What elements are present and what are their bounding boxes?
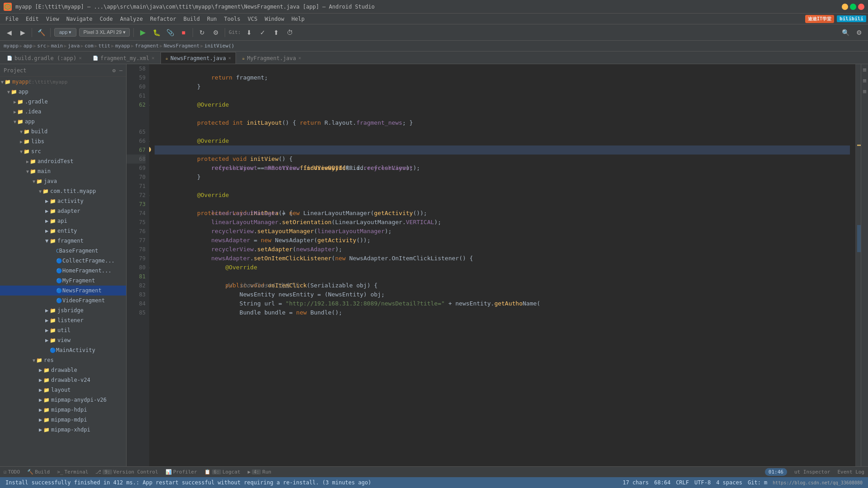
menu-build[interactable]: Build [180,15,203,23]
tree-drawable[interactable]: ▶ 📁 drawable [0,365,126,375]
tree-layout[interactable]: ▶ 📁 layout [0,385,126,395]
run-bottom-button[interactable]: ▶ 4: Run [248,469,272,475]
tree-mipmap-mdpi[interactable]: ▶ 📁 mipmap-mdpi [0,415,126,425]
layout-inspector-button[interactable]: ut Inspector [794,469,830,475]
tree-activity[interactable]: ▶ 📁 activity [0,196,126,206]
tree-res[interactable]: ▼ 📁 res [0,355,126,365]
menu-tools[interactable]: Tools [221,15,244,23]
tree-entity[interactable]: ▶ 📁 entity [0,226,126,236]
bc-ttit[interactable]: ttit [99,43,111,49]
code-editor[interactable]: 58 59 60 61 62 65 66 67 68 69 70 71 72 7… [127,64,861,466]
tree-mainactivity[interactable]: 🔵 MainActivity [0,345,126,355]
bc-java[interactable]: java [68,43,80,49]
menu-navigate[interactable]: Navigate [63,15,96,23]
tree-idea[interactable]: ▶ 📁 .idea [0,107,126,117]
tree-app2[interactable]: ▼ 📁 app [0,117,126,127]
git-push[interactable]: ⬆ [271,27,282,38]
menu-vcs[interactable]: VCS [244,15,261,23]
project-close-icon[interactable]: — [119,67,123,74]
tree-app1[interactable]: ▼ 📁 app [0,87,126,97]
tab-close-gradle[interactable]: × [79,55,82,61]
logcat-button[interactable]: 📋 6: Logcat [204,469,241,475]
settings-ide[interactable]: ⚙ [854,27,864,38]
menu-window[interactable]: Window [261,15,288,23]
run-button[interactable]: ▶ [137,27,148,38]
panel-icon-2[interactable]: ≡ [863,77,866,84]
line-ending[interactable]: CRLF [676,479,689,486]
bc-myapp2[interactable]: myapp [115,43,130,49]
tab-news-fragment[interactable]: ☕ NewsFragment.java × [160,52,236,64]
search-everywhere[interactable]: 🔍 [840,27,851,38]
event-log-button[interactable]: Event Log [837,469,864,475]
menu-edit[interactable]: Edit [22,15,42,23]
code-content[interactable]: return fragment; } @Override ↑ protected… [149,64,855,466]
panel-icon-1[interactable]: ≡ [863,66,866,73]
stop-button[interactable]: ■ [178,27,189,38]
tree-jsbridge[interactable]: ▶ 📁 jsbridge [0,305,126,315]
tab-close-my[interactable]: × [298,55,302,61]
tree-com-ttit[interactable]: ▼ 📁 com.ttit.myapp [0,186,126,196]
panel-icon-3[interactable]: ≡ [863,88,866,95]
profiler-button[interactable]: 📊 Profiler [165,469,197,475]
tree-androidtest[interactable]: ▶ 📁 androidTest [0,156,126,166]
tree-util[interactable]: ▶ 📁 util [0,325,126,335]
terminal-button[interactable]: >_ Terminal [57,469,88,475]
tree-main[interactable]: ▼ 📁 main [0,166,126,176]
indent[interactable]: 4 spaces [716,479,742,486]
bc-main[interactable]: main [51,43,63,49]
build-bottom-button[interactable]: 🔨 Build [27,469,50,475]
tree-libs[interactable]: ▶ 📁 libs [0,136,126,146]
tab-close-news[interactable]: × [228,55,231,61]
version-control-button[interactable]: ⎇ 9: Version Control [95,469,158,475]
menu-run[interactable]: Run [203,15,221,23]
tree-root[interactable]: ▼ 📁 myapp E:\ttit\myapp [0,77,126,87]
todo-button[interactable]: ☑ TODO [4,469,20,475]
tree-mipmap-hdpi[interactable]: ▶ 📁 mipmap-hdpi [0,405,126,415]
menu-analyze[interactable]: Analyze [116,15,146,23]
git-update[interactable]: ⬇ [244,27,255,38]
menu-code[interactable]: Code [96,15,117,23]
window-controls[interactable] [842,4,864,10]
tree-java[interactable]: ▼ 📁 java [0,176,126,186]
bc-myapp[interactable]: myapp [4,43,19,49]
minimize-button[interactable] [842,4,848,10]
tab-close-xml[interactable]: × [151,55,155,61]
debug-button[interactable]: 🐛 [151,27,162,38]
build-button[interactable]: 🔨 [36,27,47,38]
close-button[interactable] [858,4,864,10]
encoding[interactable]: UTF-8 [694,479,711,486]
settings-button[interactable]: ⚙ [210,27,221,38]
app-dropdown[interactable]: app ▾ [54,28,76,37]
tree-fragment-folder[interactable]: ▼ 📁 fragment [0,236,126,246]
maximize-button[interactable] [850,4,856,10]
tree-view[interactable]: ▶ 📁 view [0,335,126,345]
git-history[interactable]: ⏱ [284,27,295,38]
tree-src[interactable]: ▼ 📁 src [0,146,126,156]
tab-fragment-my-xml[interactable]: 📄 fragment_my.xml × [88,52,160,64]
tree-gradle[interactable]: ▶ 📁 .gradle [0,97,126,107]
tree-drawable-v24[interactable]: ▶ 📁 drawable-v24 [0,375,126,385]
tree-homefragment[interactable]: 🔵 HomeFragment... [0,266,126,276]
project-settings-icon[interactable]: ⚙ [113,67,116,74]
scroll-thumb[interactable] [857,225,861,252]
menu-view[interactable]: View [42,15,63,23]
menu-file[interactable]: File [2,15,22,23]
back-button[interactable]: ◀ [4,27,14,38]
menu-help[interactable]: Help [288,15,308,23]
time-indicator[interactable]: 01:46 [765,468,787,476]
bc-app[interactable]: app [24,43,33,49]
tree-myfragment[interactable]: 🔵 MyFragment [0,276,126,286]
tree-mipmap-anydpi[interactable]: ▶ 📁 mipmap-anydpi-v26 [0,395,126,405]
bc-fragment[interactable]: fragment [135,43,159,49]
git-commit[interactable]: ✓ [257,27,268,38]
sync-button[interactable]: ↻ [197,27,208,38]
tab-build-gradle[interactable]: 📄 build.gradle (:app) × [2,52,87,64]
tree-mipmap-xhdpi[interactable]: ▶ 📁 mipmap-xhdpi [0,425,126,435]
tree-basefragment[interactable]: C BaseFragment [0,246,126,256]
tree-listener[interactable]: ▶ 📁 listener [0,315,126,325]
tab-my-fragment[interactable]: ☕ MyFragment.java × [237,52,306,64]
bc-initview[interactable]: initView() [204,43,234,49]
right-scroll-gutter[interactable] [855,64,861,466]
tree-adapter[interactable]: ▶ 📁 adapter [0,206,126,216]
forward-button[interactable]: ▶ [17,27,28,38]
